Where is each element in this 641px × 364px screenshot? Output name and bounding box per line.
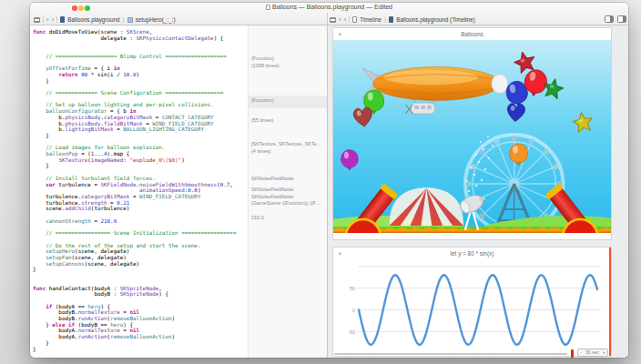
result-item[interactable]: 210.0 bbox=[251, 215, 264, 222]
timeline-icon bbox=[352, 16, 357, 23]
divider bbox=[56, 16, 57, 23]
code-line bbox=[33, 139, 246, 146]
breadcrumb-category[interactable]: Timeline bbox=[360, 16, 382, 23]
code-line: bodyB : SKSpriteNode) { bbox=[33, 291, 246, 298]
code-line: } bbox=[33, 340, 246, 347]
result-item[interactable]: (Function)(1058 times) bbox=[251, 56, 280, 69]
desktop: Balloons — Balloons.playground — Edited … bbox=[0, 0, 641, 364]
code-line: scene.addChild(turbulence) bbox=[33, 206, 246, 212]
code-line: setupFan(scene, delegate) bbox=[33, 255, 246, 261]
timeline-slider-track[interactable] bbox=[334, 353, 567, 355]
svg-text:-50: -50 bbox=[348, 329, 355, 335]
chart-playhead-line bbox=[609, 248, 611, 356]
timescale-decrease-button[interactable]: - bbox=[580, 349, 582, 355]
code-line: cannonStrength = 210.0 bbox=[33, 218, 246, 225]
code-line: balloonConfigurator = { b in bbox=[33, 108, 246, 115]
back-button[interactable]: ‹ bbox=[46, 17, 49, 23]
code-line: animationSpeed:0.8) bbox=[33, 187, 246, 194]
code-line bbox=[33, 225, 246, 231]
code-line: func handleContact(bodyA : SKSpriteNode, bbox=[33, 286, 246, 292]
timescale-increase-button[interactable]: + bbox=[603, 349, 605, 355]
code-line bbox=[33, 169, 246, 176]
blimp-nose bbox=[492, 75, 508, 94]
code-line: var turbulence = SKFieldNode.noiseFieldW… bbox=[33, 182, 246, 188]
chart-title: let y = 80 * sin(x) bbox=[333, 250, 611, 257]
window-title: Balloons — Balloons.playground — Edited bbox=[30, 4, 628, 10]
code-line bbox=[33, 273, 246, 279]
code-line: delegate : SKPhysicsContactDelegate) { bbox=[33, 35, 246, 42]
breadcrumb-symbol[interactable]: setupHero(_:_:) bbox=[136, 16, 176, 23]
divider bbox=[43, 16, 44, 23]
code-line: // ================= Scene Initializatio… bbox=[33, 230, 246, 237]
code-line: } else if (bodyB == hero) { bbox=[33, 322, 246, 329]
code-line bbox=[33, 60, 246, 66]
code-line: // ============= Scene Configuration ===… bbox=[33, 90, 246, 96]
code-line bbox=[33, 47, 246, 54]
document-icon bbox=[266, 5, 270, 10]
code-line: } bbox=[33, 347, 246, 353]
code-line bbox=[33, 96, 246, 103]
pane-toggle-group bbox=[605, 15, 626, 23]
breadcrumb-file[interactable]: Balloons.playground (Timeline) bbox=[396, 16, 475, 23]
svg-text:0: 0 bbox=[352, 308, 355, 313]
back-button[interactable]: ‹ bbox=[339, 17, 341, 23]
code-line: setupHero(scene, delegate) bbox=[33, 248, 246, 255]
code-line: bodyA.runAction(removeBalloonAction) bbox=[33, 334, 246, 340]
code-line: turbulence.categoryBitMask = WIND_FIELD_… bbox=[33, 194, 246, 200]
result-item[interactable]: (Function) bbox=[251, 97, 274, 105]
code-line: balloonPop = (1...4).map { bbox=[33, 151, 246, 157]
code-line: // Load images for balloon explosion. bbox=[33, 145, 246, 151]
playground-file-icon bbox=[60, 16, 65, 23]
forward-button[interactable]: › bbox=[52, 17, 55, 23]
code-line: // =================== Blimp Control ===… bbox=[33, 54, 246, 60]
code-line: bodyB.normalTexture = nil bbox=[33, 309, 246, 316]
code-line: b.physicsBody.categoryBitMask = CONTACT_… bbox=[33, 115, 246, 121]
result-item[interactable]: (55 times) bbox=[251, 117, 273, 125]
code-line: b.physicsBody.fieldBitMask = WIND_FIELD_… bbox=[33, 121, 246, 127]
code-line: b.lightingBitMask = BALLOON_LIGHTING_CAT… bbox=[33, 126, 246, 133]
timescale-value: 30 sec bbox=[585, 349, 599, 355]
balloons-scene bbox=[333, 40, 611, 233]
code-line bbox=[33, 279, 246, 286]
code-line: return 80 * sin(i / 10.0) bbox=[33, 72, 246, 78]
timeline-playhead-handle[interactable] bbox=[571, 349, 574, 358]
result-item[interactable]: SKNoiseFieldNode bbox=[251, 176, 293, 183]
code-line bbox=[33, 84, 246, 90]
y-axis-labels: 500-50 bbox=[348, 286, 355, 335]
code-line bbox=[33, 237, 246, 243]
svg-text:50: 50 bbox=[350, 286, 355, 291]
related-items-icon[interactable] bbox=[34, 17, 40, 23]
code-line: turbulence.strength = 0.21 bbox=[33, 200, 246, 207]
code-line: } bbox=[33, 78, 246, 85]
code-line: setupCannons(scene, delegate) bbox=[33, 261, 246, 268]
code-line: // Do the rest of the setup and start th… bbox=[33, 243, 246, 249]
code-line: bodyA.normalTexture = nil bbox=[33, 328, 246, 334]
code-line: func doDidMoveToView(scene : SKScene, bbox=[33, 29, 246, 35]
related-items-icon[interactable] bbox=[330, 17, 336, 23]
code-line: yOffsetForTime = { i in bbox=[33, 66, 246, 72]
code-editor[interactable]: func doDidMoveToView(scene : SKScene, de… bbox=[33, 29, 246, 353]
result-item[interactable]: [SKTexture, SKTexture, SKTe…(4 times) bbox=[251, 141, 321, 155]
code-line bbox=[33, 298, 246, 304]
code-line: } bbox=[33, 163, 246, 169]
assistant-editor-toggle-icon[interactable] bbox=[605, 15, 614, 23]
code-line bbox=[33, 41, 246, 47]
result-item[interactable]: SKNoiseFieldNodeSKNoiseFieldNode(GameSce… bbox=[251, 187, 320, 207]
code-line: bodyB.runAction(removeBalloonAction) bbox=[33, 316, 246, 322]
forward-button[interactable]: › bbox=[344, 17, 347, 23]
divider bbox=[349, 16, 350, 23]
utilities-toggle-icon[interactable] bbox=[617, 15, 626, 23]
code-line: SKTexture(imageNamed: "explode_0\($0)") bbox=[33, 157, 246, 164]
code-line: } bbox=[33, 133, 246, 139]
code-line: } bbox=[33, 267, 246, 273]
timescale-stepper: - 30 sec + bbox=[577, 349, 608, 358]
live-view-title: Balloons bbox=[333, 31, 611, 37]
breadcrumb-file[interactable]: Balloons.playground bbox=[67, 16, 119, 23]
sine-chart: 500-50 bbox=[333, 258, 611, 355]
editor-jump-bar: ‹ › Balloons.playground ⟩ setupHero(_:_:… bbox=[34, 15, 176, 25]
code-line bbox=[33, 212, 246, 218]
symbol-icon bbox=[127, 17, 133, 23]
breadcrumb-separator: ⟩ bbox=[122, 16, 124, 23]
code-line: // Install turbulant field forces. bbox=[33, 176, 246, 182]
code-line: if (bodyA == hero) { bbox=[33, 304, 246, 310]
